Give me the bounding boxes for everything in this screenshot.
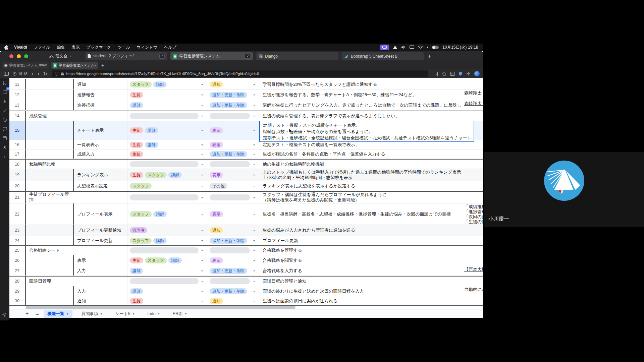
description-cell[interactable]: 面談の終わりに生徒と決めた次回の面談日程を入力 — [259, 286, 462, 296]
roles-cell[interactable]: ▼ — [127, 111, 207, 121]
dropdown-arrow-icon[interactable]: ▼ — [253, 104, 255, 107]
dropdown-arrow-icon[interactable]: ▼ — [201, 115, 203, 117]
browser-tab-3[interactable]: djDjango — [256, 52, 338, 60]
role-chip[interactable]: 講師 — [130, 268, 143, 274]
type-cell[interactable]: 追加・更新・削除▼ — [207, 149, 259, 159]
sheet-tab-シート5[interactable]: シート5▼ — [111, 310, 139, 318]
dropdown-arrow-icon[interactable]: ▼ — [201, 229, 203, 232]
reading-list-icon[interactable]: 5 — [3, 90, 7, 94]
sheet-row-24[interactable]: 24プロフィール更新スタッフ講師▼追加・更新・削除▼プロフィール更新 — [9, 236, 483, 245]
roles-cell[interactable]: スタッフ講師▼ — [127, 79, 207, 89]
stack-subtab-1[interactable]: 学習管理システム.drawio - — [2, 62, 49, 69]
sheet-row-18[interactable]: 18勉強時間比較▼▼他の生徒との勉強時間比較機能 — [9, 159, 483, 169]
sheet-row-25[interactable]: 25合格戦略シート▼▼合格戦略を管理する — [9, 245, 483, 255]
role-chip[interactable]: 講師 — [145, 142, 158, 148]
menu-item-edit[interactable]: 編集 — [57, 45, 65, 50]
minimize-window-button[interactable] — [17, 54, 21, 58]
dropdown-arrow-icon[interactable]: ▼ — [201, 239, 203, 242]
roles-cell[interactable]: 生徒スタッフ講師▼ — [127, 255, 207, 266]
roles-cell[interactable]: 生徒講師▼ — [127, 140, 207, 149]
menu-item-window[interactable]: ウィンドウ — [137, 45, 157, 50]
role-chip[interactable]: 講師 — [130, 102, 143, 108]
sheet-row-11[interactable]: 11通知スタッフ講師▼通知▼学習目標時間を20%下回ったらスタッフと講師に通知す… — [9, 79, 483, 90]
role-chip[interactable]: 管理者 — [130, 227, 147, 233]
new-tab-button[interactable]: + — [428, 53, 431, 59]
type-cell[interactable]: 通知▼ — [207, 79, 259, 89]
x-social-panel-icon[interactable]: X — [3, 145, 6, 149]
type-cell[interactable]: 追加・更新・削除▼ — [207, 90, 259, 100]
dropdown-arrow-icon[interactable]: ▼ — [253, 129, 255, 132]
dropdown-arrow-icon[interactable]: ▼ — [253, 239, 255, 242]
control-toggle-icon[interactable] — [432, 46, 439, 49]
roles-cell[interactable]: ▼ — [127, 246, 207, 255]
type-cell[interactable]: 表示▼ — [207, 255, 259, 266]
group-name-cell[interactable] — [25, 121, 73, 140]
vivaldi-clock[interactable]: 19:18 — [13, 72, 28, 76]
feature-name-cell[interactable]: 表示 — [73, 255, 127, 266]
group-name-cell[interactable] — [25, 225, 73, 236]
type-chip[interactable]: 追加・更新・削除 — [210, 268, 247, 274]
type-cell[interactable]: その他▼ — [207, 181, 259, 191]
sheet-row-28[interactable]: 28面談日管理▼▼面談日程の管理と通知 — [9, 276, 483, 286]
extensions-icon[interactable] — [466, 72, 470, 76]
description-cell[interactable]: 生徒の成績を管理する。表と棒グラフで表示が選べるようにしたい。 — [259, 111, 462, 121]
sheet-tab-機能一覧[interactable]: 機能一覧▼ — [44, 310, 73, 318]
sheet-row-23[interactable]: 23プロフィール更新通知管理者▼通知▼生徒の悩みが入力されたら管理者に通知を送る — [9, 225, 483, 236]
dropdown-arrow-icon[interactable]: ▼ — [253, 280, 255, 283]
feature-name-cell[interactable]: チャート表示 — [73, 121, 127, 140]
role-chip[interactable]: 生徒 — [130, 257, 143, 263]
feature-name-cell[interactable]: プロフィール表示 — [73, 203, 127, 225]
roles-cell[interactable]: 講師▼ — [127, 100, 207, 110]
role-chip[interactable]: スタッフ — [145, 172, 167, 178]
group-name-cell[interactable] — [25, 100, 73, 110]
overflow-cell[interactable] — [462, 255, 483, 266]
dropdown-arrow-icon[interactable]: ▼ — [201, 196, 203, 199]
description-cell[interactable]: 他の生徒との勉強時間比較機能 — [259, 160, 462, 169]
group-name-cell[interactable]: 勉強時間比較 — [25, 160, 73, 169]
calendar-icon[interactable] — [3, 136, 7, 140]
empty-dropdown-chip[interactable] — [130, 247, 199, 253]
participant-video-tile[interactable]: 小川慶一 — [484, 152, 644, 227]
dropdown-arrow-icon[interactable]: ▼ — [201, 290, 203, 292]
history-icon[interactable] — [3, 118, 7, 122]
overflow-cell[interactable] — [462, 169, 483, 181]
role-chip[interactable]: スタッフ — [130, 238, 152, 244]
sheet-row-22[interactable]: 22プロフィール表示スタッフ講師▼表示▼生徒名・担当講師・高校名・志望校・成績推… — [9, 203, 483, 225]
group-name-cell[interactable] — [25, 79, 73, 89]
dropdown-arrow-icon[interactable]: ▼ — [201, 280, 203, 283]
overflow-cell[interactable]: 自動的にZO — [462, 286, 483, 296]
description-cell[interactable]: 上のストップ機能もしくは手動入力で把握した過去１週間の勉強時間の平均時間でのラン… — [259, 169, 462, 181]
type-cell[interactable]: 表示▼ — [207, 121, 259, 140]
description-cell[interactable]: 生徒が進捗を報告する。数学・青チャートA・例題25〜30、練習21〜24など。 — [259, 90, 462, 100]
feature-name-cell[interactable]: 一覧表表示 — [73, 140, 127, 149]
dropdown-arrow-icon[interactable]: ▼ — [201, 300, 203, 302]
browser-tab-1[interactable]: student_2 プロフィー/2 — [85, 52, 167, 60]
sheet-row-29[interactable]: 29入力講師▼追加・更新・削除▼面談の終わりに生徒と決めた次回の面談日程を入力自… — [9, 286, 483, 296]
dropdown-arrow-icon[interactable]: ▼ — [253, 300, 255, 302]
roles-cell[interactable]: スタッフ▼ — [127, 181, 207, 191]
menu-item-help[interactable]: ヘルプ — [164, 45, 176, 50]
type-chip[interactable]: 追加・更新・削除 — [210, 102, 247, 108]
maximize-window-button[interactable] — [24, 54, 28, 58]
shield-icon[interactable] — [55, 72, 58, 76]
sheet-row-13[interactable]: 13進捗把握講師▼追加・更新・削除▼講師が生徒に行ったヒアリングを入力。赤で塗っ… — [9, 100, 483, 111]
type-cell[interactable]: 追加・更新・削除▼ — [207, 266, 259, 276]
window-controls[interactable] — [9, 54, 28, 58]
feature-name-cell[interactable]: 成績入力 — [73, 149, 127, 159]
group-name-cell[interactable] — [25, 181, 73, 191]
overflow-cell[interactable] — [462, 236, 483, 245]
dropdown-arrow-icon[interactable]: ▼ — [253, 229, 255, 232]
role-chip[interactable]: 生徒 — [130, 142, 143, 148]
overflow-cell[interactable]: 森崎翔太・ — [462, 100, 483, 110]
overflow-cell[interactable] — [462, 246, 483, 255]
dropdown-arrow-icon[interactable]: ▼ — [253, 196, 255, 199]
dropdown-arrow-icon[interactable]: ▼ — [253, 213, 255, 215]
role-chip[interactable]: 講師 — [168, 172, 182, 178]
dropdown-arrow-icon[interactable]: ▼ — [253, 163, 255, 165]
menu-app-name[interactable]: Vivaldi — [14, 45, 27, 50]
type-chip[interactable]: 追加・更新・削除 — [210, 92, 247, 98]
dropdown-arrow-icon[interactable]: ▼ — [201, 163, 203, 165]
dropdown-arrow-icon[interactable]: ▼ — [253, 143, 255, 146]
sheet-row-27[interactable]: 27入力講師▼追加・更新・削除▼合格戦略を入力する【西本大樹 — [9, 266, 483, 276]
back-button[interactable]: ‹ — [32, 70, 34, 77]
